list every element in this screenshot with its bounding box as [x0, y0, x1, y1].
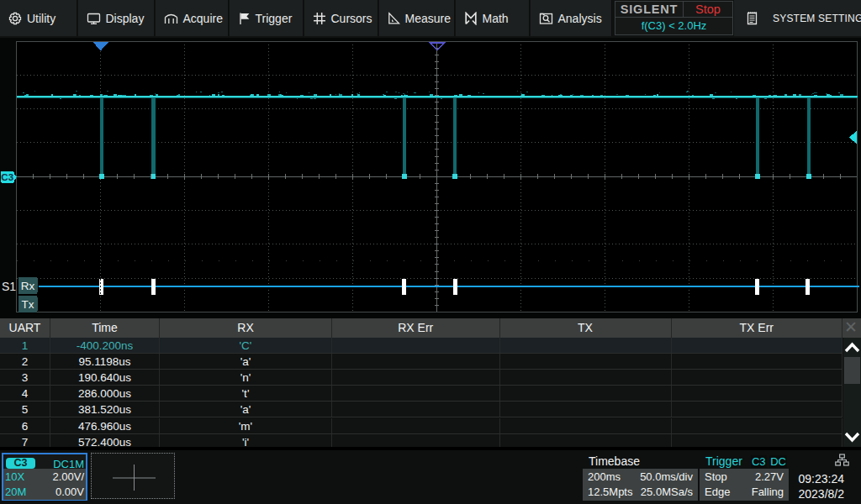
svg-text:S1: S1 [2, 280, 16, 293]
svg-text:Rx: Rx [21, 280, 35, 292]
svg-text:Tx: Tx [22, 298, 34, 311]
svg-text:C3: C3 [1, 172, 13, 182]
